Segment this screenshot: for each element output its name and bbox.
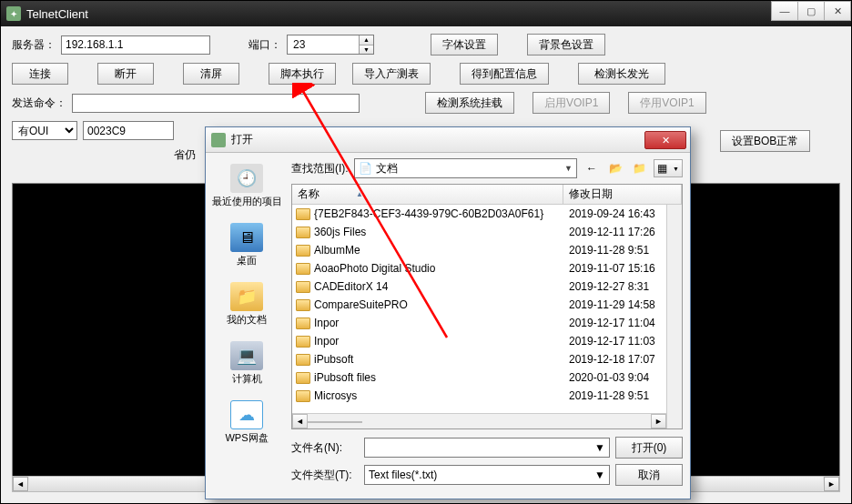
file-list-header: 名称▲ 修改日期 <box>292 185 682 205</box>
filelist-vscroll[interactable] <box>666 205 682 428</box>
up-folder-icon[interactable]: 📂 <box>606 159 624 177</box>
folder-icon <box>296 354 310 366</box>
disconnect-button[interactable]: 断开 <box>97 63 154 85</box>
getcfg-button[interactable]: 得到配置信息 <box>460 63 549 85</box>
row-send: 发送命令： 检测系统挂载 启用VOIP1 停用VOIP1 <box>12 92 840 114</box>
lookin-value: 文档 <box>376 161 398 176</box>
file-date: 2019-12-18 17:07 <box>563 353 682 366</box>
file-date: 2020-01-03 9:04 <box>563 371 682 384</box>
file-row[interactable]: {7EB2F843-CEF3-4439-979C-60B2D03A0F61}20… <box>292 205 682 223</box>
detect-sys-button[interactable]: 检测系统挂载 <box>425 92 514 114</box>
back-icon[interactable]: ← <box>583 159 601 177</box>
filetype-label: 文件类型(T): <box>291 468 359 483</box>
file-name: 360js Files <box>314 226 366 238</box>
oui-select[interactable]: 有OUI <box>12 121 77 140</box>
file-name: {7EB2F843-CEF3-4439-979C-60B2D03A0F61} <box>314 207 543 220</box>
fl-scroll-thumb[interactable] <box>308 421 362 423</box>
folder-icon <box>296 281 310 293</box>
file-date: 2019-11-07 15:16 <box>563 262 682 275</box>
bgcolor-button[interactable]: 背景色设置 <box>527 34 605 55</box>
col-date[interactable]: 修改日期 <box>563 185 682 204</box>
close-button[interactable]: ✕ <box>824 1 851 21</box>
file-date: 2019-11-29 14:58 <box>563 298 682 311</box>
new-folder-icon[interactable]: 📁 <box>630 159 648 177</box>
filename-combo[interactable]: ▼ <box>364 438 610 458</box>
file-date: 2019-09-24 16:43 <box>563 207 682 220</box>
documents-icon: 📁 <box>230 282 263 311</box>
scroll-right-icon[interactable]: ► <box>824 477 839 491</box>
cloud-icon: ☁ <box>230 400 263 429</box>
script-button[interactable]: 脚本执行 <box>269 63 336 85</box>
chevron-down-icon: ▼ <box>594 469 605 481</box>
filelist-hscroll[interactable]: ◄ ► <box>292 413 666 428</box>
connect-button[interactable]: 连接 <box>12 63 68 85</box>
port-spin-buttons[interactable]: ▲▼ <box>359 35 373 54</box>
fl-scroll-right-icon[interactable]: ► <box>651 414 666 428</box>
file-list[interactable]: 名称▲ 修改日期 {7EB2F843-CEF3-4439-979C-60B2D0… <box>291 184 683 429</box>
file-row[interactable]: CompareSuitePRO2019-11-29 14:58 <box>292 296 682 314</box>
dialog-bottom: 文件名(N): ▼ 打开(0) 文件类型(T): Text files(*.tx… <box>291 437 683 491</box>
place-computer-label: 计算机 <box>232 372 262 386</box>
import-button[interactable]: 导入产测表 <box>352 63 431 85</box>
font-button[interactable]: 字体设置 <box>431 34 498 55</box>
folder-icon <box>296 227 310 238</box>
server-input[interactable] <box>61 35 210 55</box>
place-documents-label: 我的文档 <box>227 313 267 327</box>
file-row[interactable]: iPubsoft2019-12-18 17:07 <box>292 350 682 368</box>
folder-icon <box>296 299 310 311</box>
folder-icon <box>296 263 310 275</box>
filename-label: 文件名(N): <box>291 440 359 456</box>
file-name: Inpor <box>314 335 339 348</box>
file-row[interactable]: Microsys2019-11-28 9:51 <box>292 387 682 405</box>
enable-voip-button[interactable]: 启用VOIP1 <box>532 92 610 114</box>
file-row[interactable]: AlbumMe2019-11-28 9:51 <box>292 241 682 259</box>
clear-button[interactable]: 清屏 <box>183 63 239 85</box>
computer-icon: 💻 <box>230 341 263 370</box>
maximize-button[interactable]: ▢ <box>797 1 825 21</box>
place-documents[interactable]: 📁 我的文档 <box>210 278 283 330</box>
file-row[interactable]: 360js Files2019-12-11 17:26 <box>292 223 682 241</box>
sort-asc-icon: ▲ <box>356 190 363 198</box>
view-menu-icon[interactable]: ▦▼ <box>654 159 683 177</box>
cancel-button[interactable]: 取消 <box>615 464 683 486</box>
lookin-row: 查找范围(I): 📄文档 ▼ ← 📂 📁 ▦▼ <box>291 158 683 178</box>
file-row[interactable]: Inpor2019-12-17 11:04 <box>292 314 682 332</box>
file-row[interactable]: Inpor2019-12-17 11:03 <box>292 332 682 350</box>
dialog-titlebar: 打开 ✕ <box>206 127 690 153</box>
place-recent[interactable]: 🕘 最近使用的项目 <box>210 160 283 212</box>
file-name: AlbumMe <box>314 244 360 257</box>
filetype-row: 文件类型(T): Text files(*.txt) ▼ 取消 <box>291 464 683 486</box>
open-button[interactable]: 打开(0) <box>615 437 683 459</box>
minimize-button[interactable]: — <box>771 1 798 21</box>
place-wps[interactable]: ☁ WPS网盘 <box>210 397 283 449</box>
place-recent-label: 最近使用的项目 <box>212 195 282 208</box>
fl-scroll-left-icon[interactable]: ◄ <box>292 414 308 428</box>
filetype-combo[interactable]: Text files(*.txt) ▼ <box>364 465 610 485</box>
detect-long-button[interactable]: 检测长发光 <box>578 63 665 85</box>
dialog-title: 打开 <box>231 132 253 147</box>
row-actions: 连接 断开 清屏 脚本执行 导入产测表 得到配置信息 检测长发光 <box>12 63 840 85</box>
window-controls: — ▢ ✕ <box>772 1 851 21</box>
file-row[interactable]: iPubsoft files2020-01-03 9:04 <box>292 368 682 387</box>
file-row[interactable]: CADEditorX 142019-12-27 8:31 <box>292 277 682 296</box>
folder-icon <box>296 390 310 402</box>
send-input[interactable] <box>72 94 360 113</box>
lookin-combo[interactable]: 📄文档 ▼ <box>354 158 577 178</box>
lookin-label: 查找范围(I): <box>291 161 349 176</box>
file-name: Inpor <box>314 317 339 329</box>
file-name: AoaoPhoto Digital Studio <box>314 262 435 275</box>
disable-voip-button[interactable]: 停用VOIP1 <box>628 92 705 114</box>
recent-icon: 🕘 <box>230 164 263 193</box>
filename-row: 文件名(N): ▼ 打开(0) <box>291 437 683 459</box>
place-computer[interactable]: 💻 计算机 <box>210 338 283 389</box>
dialog-close-button[interactable]: ✕ <box>644 131 686 149</box>
col-name[interactable]: 名称▲ <box>292 185 563 204</box>
scroll-left-icon[interactable]: ◄ <box>13 477 28 491</box>
file-date: 2019-12-17 11:03 <box>563 335 682 348</box>
chevron-down-icon: ▼ <box>564 164 573 173</box>
port-input[interactable]: 23 ▲▼ <box>287 35 374 55</box>
oui-input[interactable] <box>83 121 174 140</box>
file-row[interactable]: AoaoPhoto Digital Studio2019-11-07 15:16 <box>292 259 682 277</box>
place-desktop[interactable]: 🖥 桌面 <box>210 219 283 271</box>
set-bob-button[interactable]: 设置BOB正常 <box>720 130 810 152</box>
